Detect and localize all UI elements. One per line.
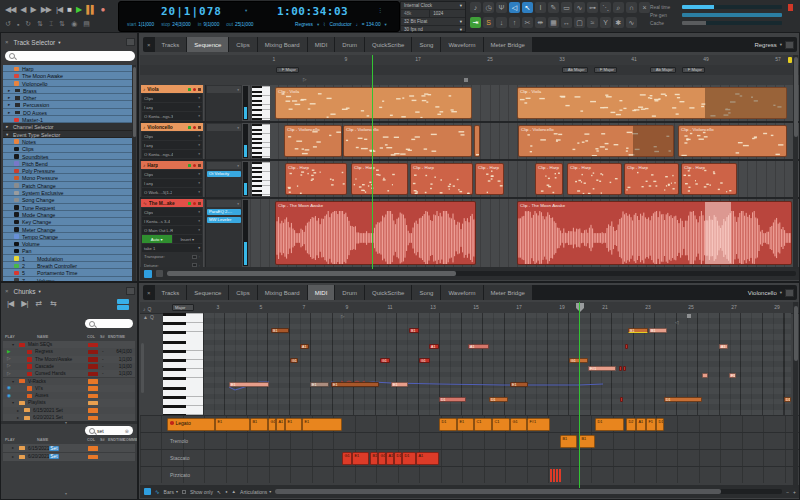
articulation-block[interactable]: E1 bbox=[285, 418, 302, 431]
articulation-block[interactable]: E1 bbox=[352, 452, 369, 465]
record-enable-icon[interactable] bbox=[193, 88, 196, 91]
bit-depth-select[interactable]: 32 Bit Float▾ bbox=[401, 18, 465, 26]
punch-icon[interactable]: ▪ bbox=[17, 21, 19, 28]
midi-note[interactable]: B1 bbox=[628, 328, 648, 333]
record-enable-icon[interactable] bbox=[193, 202, 196, 205]
event-type-row[interactable]: Song Change bbox=[3, 196, 133, 203]
midi-note[interactable]: B1 bbox=[271, 328, 289, 333]
tab-quickscribe[interactable]: QuickScribe bbox=[365, 37, 412, 52]
tab-drum[interactable]: Drum bbox=[335, 37, 365, 52]
disclosure-caret-icon[interactable]: ▸ bbox=[8, 110, 10, 115]
track-dropdown[interactable]: Clips▾ bbox=[142, 94, 202, 102]
midi-note[interactable] bbox=[620, 397, 623, 402]
disclosure-caret-icon[interactable]: ▸ bbox=[8, 95, 10, 100]
panel-divider[interactable] bbox=[1, 421, 138, 424]
tab-waveform[interactable]: Waveform bbox=[441, 37, 483, 52]
loop-icon[interactable]: ↻ bbox=[25, 20, 31, 28]
fast-forward-button[interactable]: ▶▶ bbox=[41, 5, 51, 14]
event-type-row[interactable]: Mode Change bbox=[3, 211, 133, 218]
key-label[interactable]: Major bbox=[172, 304, 194, 311]
event-type-row[interactable]: Key Change bbox=[3, 218, 133, 225]
event-type-row[interactable]: Tune Request bbox=[3, 204, 133, 211]
marquee-tool-icon[interactable]: ▢ bbox=[574, 17, 585, 28]
insert-dropdown[interactable]: ▾ bbox=[207, 200, 241, 207]
articulation-block[interactable]: G1 bbox=[342, 452, 352, 465]
chunk-row[interactable]: ▶Regress-64|1|00 bbox=[3, 348, 135, 355]
clip[interactable]: Clip - Violoncello bbox=[518, 125, 674, 157]
tempo-value[interactable]: ♩ = 134.00 bbox=[356, 22, 381, 27]
event-type-row[interactable]: 7Volume bbox=[3, 277, 133, 281]
clip[interactable] bbox=[474, 125, 480, 157]
articulation-lane[interactable]: Pizzicato bbox=[140, 466, 800, 483]
param-value-box[interactable] bbox=[192, 255, 197, 259]
menu-icon[interactable] bbox=[198, 202, 201, 205]
chunk-row[interactable]: ▾Playlists bbox=[3, 399, 135, 406]
erase-tool-icon[interactable]: × bbox=[639, 2, 650, 13]
articulation-block[interactable]: A1 bbox=[276, 418, 285, 431]
triangle-icon[interactable]: ▲ bbox=[143, 314, 148, 320]
track-row[interactable]: ▸Other bbox=[3, 94, 133, 101]
playhead[interactable] bbox=[579, 302, 580, 488]
tab-sequence[interactable]: Sequence bbox=[187, 37, 229, 52]
play-icon[interactable]: ◉ bbox=[7, 393, 11, 398]
metronome-icon[interactable]: ♪ bbox=[470, 2, 481, 13]
track-title-bar[interactable]: ∿The M...ake bbox=[141, 199, 203, 207]
midi-note[interactable]: G1 bbox=[380, 358, 390, 363]
panel-menu-icon[interactable] bbox=[126, 38, 135, 46]
disclosure-caret-icon[interactable]: ▸ bbox=[12, 454, 14, 459]
tab-mixing-board[interactable]: Mixing Board bbox=[258, 285, 308, 300]
buffer-size-value[interactable]: 1024 bbox=[430, 10, 465, 17]
color-swatch[interactable] bbox=[88, 350, 98, 355]
time-counter-caret[interactable]: ⋮ bbox=[377, 6, 383, 13]
clip[interactable]: Clip - Harp bbox=[351, 163, 408, 195]
color-swatch[interactable] bbox=[88, 364, 98, 369]
solo-icon[interactable]: S bbox=[483, 17, 494, 28]
post-roll-icon[interactable]: ↑ bbox=[509, 17, 520, 28]
end-marker-icon[interactable] bbox=[788, 57, 792, 63]
chain-play-icon[interactable]: ⇄ bbox=[35, 299, 42, 308]
clip[interactable]: Clip - The Moon Awake bbox=[517, 201, 792, 265]
midi-note[interactable]: F#1 bbox=[588, 366, 616, 371]
articulation-block[interactable]: A1 bbox=[386, 452, 394, 465]
stretch-tool-icon[interactable]: ↔ bbox=[561, 17, 572, 28]
track-dropdown[interactable]: I any▾ bbox=[142, 141, 202, 149]
color-swatch[interactable] bbox=[88, 386, 98, 391]
play-enable-icon[interactable] bbox=[188, 202, 191, 205]
divider-handle-icon[interactable]: ▾ bbox=[65, 420, 67, 425]
midi-note[interactable]: A1 bbox=[468, 344, 489, 349]
midi-note[interactable]: A1 bbox=[300, 344, 309, 349]
take-dropdown[interactable]: take 1▾ bbox=[142, 244, 202, 252]
color-swatch[interactable] bbox=[88, 379, 98, 384]
audition-icon[interactable]: ◁ bbox=[509, 2, 520, 13]
conductor-label[interactable]: Conductor bbox=[329, 22, 351, 27]
clock-source-select[interactable]: Internal Clock▾ bbox=[401, 2, 465, 10]
track-dropdown[interactable]: I Konta...s 3-4▾ bbox=[142, 217, 202, 225]
return-to-start-button[interactable]: |◀ bbox=[56, 5, 62, 14]
triangle-icon[interactable]: ▲ bbox=[232, 489, 236, 494]
gutter-scrollbar[interactable] bbox=[141, 343, 144, 393]
midi-note[interactable]: F1 bbox=[729, 373, 736, 378]
track-dropdown[interactable]: O Konta...ngs-4▾ bbox=[142, 150, 202, 158]
record-enable-icon[interactable] bbox=[193, 164, 196, 167]
chunk-row[interactable]: ▷Cursed Hands-1|1|00 bbox=[3, 370, 135, 377]
articulation-block[interactable]: F#1 bbox=[527, 418, 550, 431]
event-type-row[interactable]: Notes bbox=[3, 138, 133, 145]
record-button[interactable]: ● bbox=[101, 5, 105, 14]
time-format-select[interactable]: Bars▾ bbox=[164, 489, 178, 495]
memory-marker-icon[interactable] bbox=[687, 314, 691, 318]
tab-clips[interactable]: Clips bbox=[229, 285, 257, 300]
event-type-row[interactable]: 5Portamento Time bbox=[3, 269, 133, 276]
stacked-view-icon[interactable] bbox=[117, 299, 131, 311]
track-row[interactable]: Master-1 bbox=[3, 116, 133, 123]
midi-note[interactable]: D1 bbox=[439, 397, 466, 402]
tab-song[interactable]: Song bbox=[412, 37, 441, 52]
track-picker[interactable]: Regress▾ bbox=[754, 37, 797, 52]
midi-note[interactable]: D1 bbox=[784, 397, 791, 402]
ibeam-tool-icon[interactable]: I bbox=[535, 2, 546, 13]
track-dropdown[interactable]: O Konta...ngs-3▾ bbox=[142, 112, 202, 120]
track-row[interactable]: ▸DO Auxes bbox=[3, 109, 133, 116]
v-scrollbar-thumb[interactable] bbox=[794, 57, 798, 137]
disclosure-caret-icon[interactable]: ▾ bbox=[12, 379, 14, 384]
disclosure-caret-icon[interactable]: ▸ bbox=[17, 408, 19, 413]
articulation-block[interactable]: C1 bbox=[474, 418, 492, 431]
